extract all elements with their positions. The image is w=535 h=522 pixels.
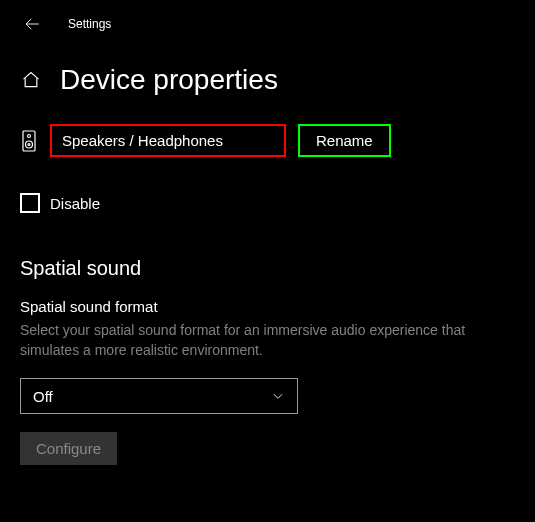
arrow-left-icon — [23, 15, 41, 33]
device-row: Rename — [0, 96, 535, 157]
disable-checkbox[interactable] — [20, 193, 40, 213]
home-icon — [21, 70, 41, 90]
svg-point-2 — [28, 134, 31, 137]
rename-button[interactable]: Rename — [298, 124, 391, 157]
disable-label: Disable — [50, 195, 100, 212]
window-title: Settings — [68, 17, 111, 31]
back-button[interactable] — [22, 14, 42, 34]
home-button[interactable] — [20, 69, 42, 91]
svg-point-3 — [26, 141, 33, 148]
spatial-sound-heading: Spatial sound — [0, 213, 535, 280]
device-name-input[interactable] — [50, 124, 286, 157]
header: Device properties — [0, 34, 535, 96]
titlebar: Settings — [0, 0, 535, 34]
spatial-description: Select your spatial sound format for an … — [0, 315, 510, 360]
disable-checkbox-row[interactable]: Disable — [0, 157, 535, 213]
spatial-format-dropdown[interactable]: Off — [20, 378, 298, 414]
configure-button[interactable]: Configure — [20, 432, 117, 465]
page-title: Device properties — [60, 64, 278, 96]
speaker-icon — [20, 130, 38, 152]
chevron-down-icon — [271, 389, 285, 403]
dropdown-selected-value: Off — [33, 388, 53, 405]
spatial-format-label: Spatial sound format — [0, 280, 535, 315]
svg-point-4 — [28, 143, 30, 145]
